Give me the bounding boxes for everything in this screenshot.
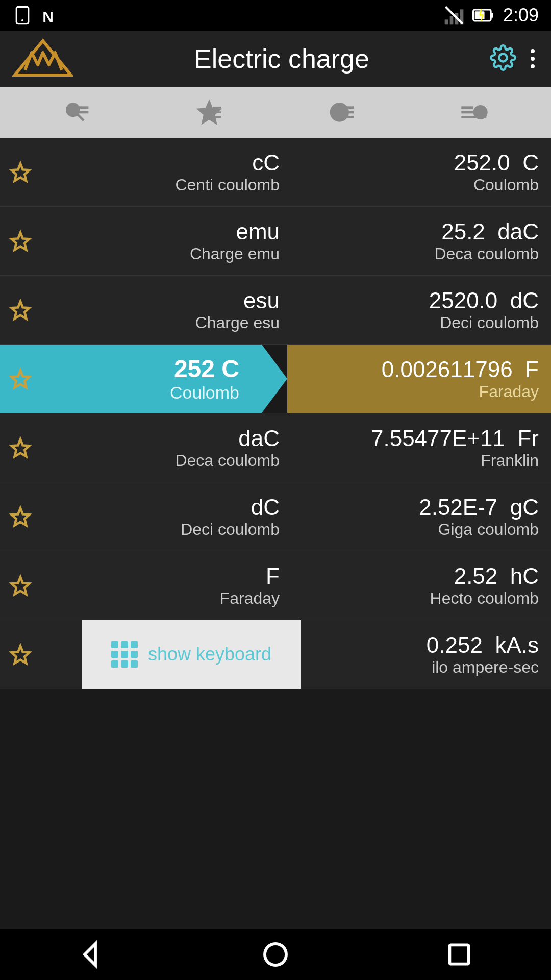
star-kAs[interactable] <box>0 643 41 666</box>
value-col-esu: 2520.0 dC Deci coulomb <box>300 288 551 332</box>
svg-marker-34 <box>12 302 30 319</box>
row-emu[interactable]: emu Charge emu 25.2 daC Deca coulomb <box>0 207 551 276</box>
page-title: Electric charge <box>86 43 478 74</box>
svg-text:N: N <box>42 8 54 25</box>
value-number-daC: 7.55477E+11 Fr <box>371 426 539 451</box>
unit-col-cC: cC Centi coulomb <box>41 150 300 194</box>
row-coulomb-active[interactable]: 252 C Coulomb 0.002611796 F Faraday <box>0 345 551 413</box>
unit-symbol-daC: daC <box>238 426 280 451</box>
active-unit-name: Coulomb <box>170 383 239 403</box>
star-icon-F <box>9 574 32 597</box>
dot-3 <box>531 64 535 68</box>
dot-2 <box>531 57 535 61</box>
nav-bar <box>0 929 551 980</box>
search-button[interactable] <box>46 94 107 130</box>
star-icon-kAs <box>9 643 32 666</box>
value-number-kAs: 0.252 kA.s <box>427 632 539 658</box>
row-kAs[interactable]: show keyboard kA.s Kilo ampere-sec 0.252… <box>0 620 551 689</box>
more-options-button[interactable] <box>527 45 539 72</box>
svg-marker-37 <box>12 508 30 526</box>
star-icon-emu <box>9 230 32 252</box>
status-bar-right: 2:09 <box>444 5 539 26</box>
settings-button[interactable] <box>490 44 516 73</box>
star-icon-esu <box>9 299 32 321</box>
svg-marker-40 <box>85 944 95 965</box>
show-keyboard-button[interactable]: show keyboard <box>82 620 301 689</box>
row-daC[interactable]: daC Deca coulomb 7.55477E+11 Fr Franklin <box>0 413 551 482</box>
back-button[interactable] <box>61 937 122 972</box>
star-coulomb[interactable] <box>0 368 41 390</box>
history-list-icon <box>328 98 356 127</box>
svg-rect-42 <box>449 945 468 964</box>
unit-name-F: Faraday <box>220 589 280 608</box>
gear-icon <box>490 44 516 71</box>
star-icon-coulomb <box>9 368 32 390</box>
svg-rect-7 <box>460 9 464 24</box>
svg-marker-33 <box>12 233 30 250</box>
svg-rect-6 <box>455 13 459 24</box>
unit-name-dC: Deci coulomb <box>181 520 280 539</box>
status-bar-left: N <box>12 5 61 26</box>
history-button[interactable] <box>311 94 372 130</box>
svg-line-17 <box>78 115 84 121</box>
star-icon-cC <box>9 161 32 183</box>
value-unit-daC: Franklin <box>481 451 539 470</box>
star-daC[interactable] <box>0 436 41 459</box>
unit-name-cC: Centi coulomb <box>175 176 280 194</box>
active-left-coulomb: 252 C Coulomb <box>0 345 287 413</box>
value-col-emu: 25.2 daC Deca coulomb <box>300 219 551 263</box>
svg-point-15 <box>499 54 507 61</box>
row-dC[interactable]: dC Deci coulomb 2.52E-7 gC Giga coulomb <box>0 482 551 551</box>
svg-marker-36 <box>12 439 30 457</box>
active-value-col-coulomb: 0.002611796 F Faraday <box>382 357 539 401</box>
svg-marker-35 <box>12 371 30 388</box>
value-number-dC: 2.52E-7 gC <box>419 495 539 520</box>
star-esu[interactable] <box>0 299 41 321</box>
star-emu[interactable] <box>0 230 41 252</box>
unit-symbol-F: F <box>266 564 280 589</box>
battery-icon <box>472 5 495 26</box>
recents-button[interactable] <box>429 937 490 972</box>
unit-name-esu: Charge esu <box>195 313 280 332</box>
row-esu[interactable]: esu Charge esu 2520.0 dC Deci coulomb <box>0 276 551 345</box>
show-keyboard-label: show keyboard <box>148 644 271 665</box>
toolbar <box>0 87 551 138</box>
row-F[interactable]: F Faraday 2.52 hC Hecto coulomb <box>0 551 551 620</box>
star-cC[interactable] <box>0 161 41 183</box>
favorites-button[interactable] <box>179 94 240 130</box>
value-number-cC: 252.0 C <box>454 150 539 176</box>
svg-point-16 <box>67 104 79 116</box>
value-unit-dC: Giga coulomb <box>438 520 539 539</box>
back-icon <box>78 940 106 969</box>
svg-marker-39 <box>12 646 30 664</box>
value-col-cC: 252.0 C Coulomb <box>300 150 551 194</box>
unit-symbol-cC: cC <box>252 150 280 176</box>
n-icon: N <box>41 5 61 26</box>
row-cC[interactable]: cC Centi coulomb 252.0 C Coulomb <box>0 138 551 207</box>
value-unit-F: Hecto coulomb <box>430 589 539 608</box>
unit-col-F: F Faraday <box>41 564 300 608</box>
star-F[interactable] <box>0 574 41 597</box>
svg-rect-4 <box>445 19 448 24</box>
status-bar: N 2:09 <box>0 0 551 31</box>
value-col-dC: 2.52E-7 gC Giga coulomb <box>300 495 551 539</box>
star-dC[interactable] <box>0 505 41 528</box>
svg-marker-38 <box>12 577 30 595</box>
svg-point-1 <box>21 19 23 21</box>
svg-marker-14 <box>15 41 71 75</box>
value-unit-cC: Coulomb <box>473 176 539 194</box>
filter-list-icon <box>460 98 489 127</box>
home-button[interactable] <box>245 937 306 972</box>
favorites-list-icon <box>195 98 223 127</box>
unit-name-emu: Charge emu <box>190 244 280 263</box>
svg-point-41 <box>265 944 286 965</box>
unit-col-esu: esu Charge esu <box>41 288 300 332</box>
value-col-kAs: 0.252 kA.s ilo ampere-sec <box>300 632 551 677</box>
value-unit-esu: Deci coulomb <box>440 313 539 332</box>
value-col-F: 2.52 hC Hecto coulomb <box>300 564 551 608</box>
value-number-esu: 2520.0 dC <box>429 288 539 313</box>
unit-col-daC: daC Deca coulomb <box>41 426 300 470</box>
phone-icon <box>12 5 33 26</box>
unit-symbol-emu: emu <box>236 219 280 244</box>
filter-button[interactable] <box>444 94 505 130</box>
